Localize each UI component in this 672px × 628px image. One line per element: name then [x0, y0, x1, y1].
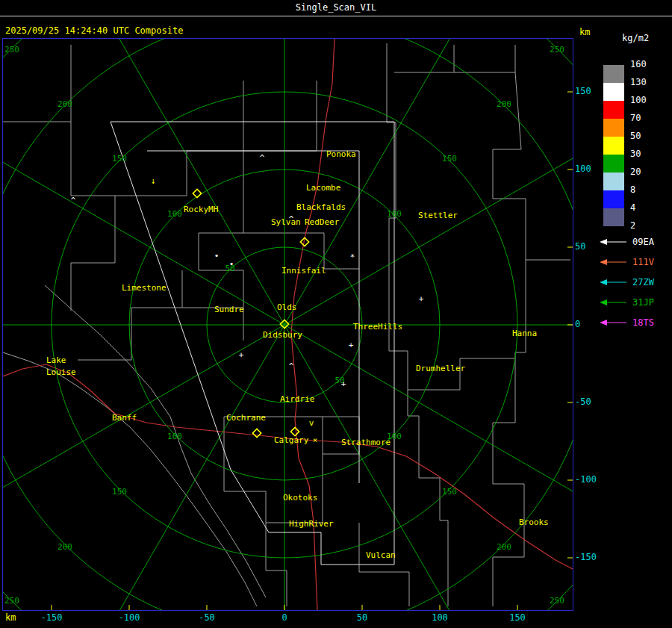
- city-label: RockyMH: [184, 205, 218, 214]
- range-ring-label: 100: [387, 209, 402, 219]
- city-label: Cochrane: [226, 413, 266, 423]
- scale-value: 160: [630, 59, 647, 70]
- scale-value: 8: [630, 184, 635, 196]
- city-label: Innisfail: [281, 266, 326, 276]
- range-ring-label: 200: [57, 99, 72, 109]
- scale-value: 30: [630, 149, 641, 160]
- city-label: Sylvan: [271, 217, 301, 227]
- radar-site-marker: [290, 427, 299, 435]
- storm-track-arrow-icon: [597, 317, 629, 328]
- azimuth-spoke: [75, 38, 284, 325]
- radar-station-legend-item: 31JP: [597, 296, 654, 308]
- legend-units-label: kg/m2: [622, 33, 649, 43]
- city-label: Drumheller: [416, 364, 466, 373]
- scale-value: 4: [630, 202, 635, 214]
- city-label: Louise: [46, 367, 76, 377]
- county-boundary-line: [493, 45, 570, 260]
- point-marker: *: [350, 252, 355, 262]
- range-ring-label: 250: [4, 45, 19, 55]
- point-marker: ↓: [151, 176, 156, 186]
- point-marker: ^: [289, 361, 294, 371]
- station-id: 111V: [632, 257, 654, 267]
- radar-site-marker: [252, 429, 261, 437]
- range-ring-label: 250: [550, 596, 564, 606]
- right-axis-label: 100: [575, 164, 591, 174]
- bottom-axis-label: 0: [281, 612, 287, 623]
- county-boundary-line: [45, 285, 266, 597]
- city-label: Banff: [112, 413, 137, 423]
- county-boundary-line: [78, 308, 182, 360]
- city-label: Didsbury: [263, 330, 302, 340]
- city-label: Blackfalds: [296, 202, 346, 212]
- scale-swatch: [603, 172, 624, 190]
- scale-swatch: [603, 155, 624, 172]
- range-ring-label: 150: [112, 487, 127, 497]
- scale-value: 20: [630, 167, 641, 178]
- bottom-axis-label: 150: [509, 612, 526, 623]
- range-ring-label: 100: [167, 432, 182, 441]
- point-marker: +: [239, 350, 244, 360]
- city-label: Brooks: [519, 517, 549, 527]
- point-marker: ^: [71, 196, 76, 205]
- city-label: Ponoka: [326, 149, 356, 159]
- storm-track-arrow-icon: [597, 237, 629, 247]
- azimuth-spoke: [75, 325, 284, 611]
- scale-swatch: [603, 190, 624, 208]
- point-marker: ×: [313, 435, 318, 445]
- bottom-axis-label: 100: [432, 612, 448, 623]
- county-boundary-line: [3, 45, 71, 122]
- point-marker: ^: [260, 153, 265, 163]
- city-label: Okotoks: [283, 493, 317, 503]
- scale-swatch: [603, 65, 624, 83]
- county-boundary-line: [182, 270, 243, 308]
- range-ring-label: 100: [167, 209, 182, 219]
- scale-swatch: [603, 101, 624, 119]
- point-marker: •: [214, 251, 220, 261]
- range-ring-label: 250: [550, 45, 564, 55]
- title-bar: Single_Scan_VIL: [0, 0, 672, 16]
- city-label: Lacombe: [306, 183, 340, 193]
- range-ring-label: 200: [497, 99, 511, 109]
- radar-map[interactable]: 5050100100100100150150150150200200200200…: [2, 38, 573, 611]
- county-boundary-line: [493, 260, 526, 606]
- scale-swatch: [603, 83, 624, 101]
- station-id: 18TS: [632, 317, 654, 328]
- scan-timestamp: 2025/09/25 14:24:40 UTC Composite: [5, 25, 183, 36]
- radar-station-legend-item: 111V: [597, 256, 654, 268]
- azimuth-spoke: [2, 116, 284, 325]
- radar-station-legend-item: 18TS: [597, 317, 654, 329]
- right-axis-label: 0: [575, 319, 580, 329]
- range-ring-label: 150: [442, 487, 457, 497]
- county-boundary-line: [71, 122, 115, 311]
- point-marker: +: [349, 341, 354, 350]
- bottom-axis: -150-100-50050100150: [3, 612, 573, 627]
- city-label: Stettler: [418, 211, 458, 220]
- city-label: Lake: [46, 355, 66, 365]
- point-marker: +: [419, 294, 424, 304]
- bottom-axis-label: -150: [41, 612, 63, 623]
- station-id: 09EA: [632, 237, 654, 247]
- city-label: Hanna: [512, 329, 537, 338]
- city-label: Limestone: [122, 283, 167, 293]
- city-label: RedDeer: [305, 217, 340, 227]
- scale-value: 50: [630, 131, 641, 142]
- range-ring-label: 150: [442, 154, 457, 164]
- scale-value: 70: [630, 113, 641, 124]
- radar-viewer-window: Single_Scan_VIL 2025/09/25 14:24:40 UTC …: [0, 0, 672, 628]
- scale-swatch: [603, 208, 624, 226]
- window-title: Single_Scan_VIL: [296, 2, 376, 13]
- city-label: Sundre: [214, 305, 244, 314]
- range-ring-label: 150: [112, 154, 127, 164]
- point-marker: v: [309, 418, 314, 428]
- scale-swatch: [603, 119, 624, 137]
- city-label: ThreeHills: [353, 322, 402, 332]
- legend-panel: kg/m2 16013010070503020842 09EA111V27ZW3…: [594, 0, 672, 628]
- station-id: 27ZW: [632, 277, 654, 287]
- right-axis-label: 50: [575, 241, 585, 252]
- bottom-axis-label: -50: [199, 612, 215, 623]
- scale-swatch: [603, 137, 624, 155]
- county-boundary-line: [266, 523, 287, 606]
- point-marker: •: [229, 259, 234, 269]
- right-axis-label: 150: [575, 86, 591, 96]
- city-label: Olds: [277, 302, 297, 312]
